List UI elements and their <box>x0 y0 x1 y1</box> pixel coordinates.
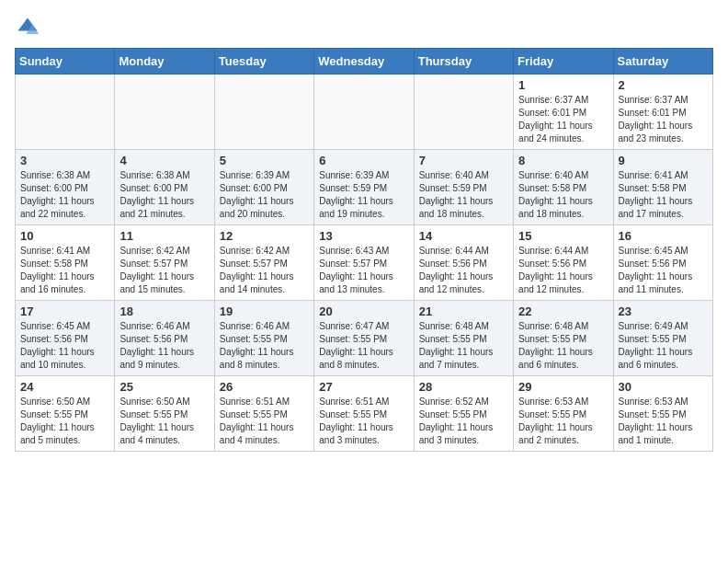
calendar-cell: 3Sunrise: 6:38 AM Sunset: 6:00 PM Daylig… <box>16 150 115 225</box>
day-info: Sunrise: 6:53 AM Sunset: 5:55 PM Dayligh… <box>518 396 608 447</box>
calendar-cell: 5Sunrise: 6:39 AM Sunset: 6:00 PM Daylig… <box>214 150 313 225</box>
day-number: 15 <box>518 229 608 243</box>
day-info: Sunrise: 6:49 AM Sunset: 5:55 PM Dayligh… <box>619 320 708 372</box>
day-info: Sunrise: 6:40 AM Sunset: 5:59 PM Dayligh… <box>419 169 508 221</box>
day-number: 1 <box>518 78 608 92</box>
calendar-header-row: SundayMondayTuesdayWednesdayThursdayFrid… <box>16 49 713 75</box>
day-number: 2 <box>619 78 708 92</box>
day-number: 19 <box>220 304 309 318</box>
calendar-cell: 4Sunrise: 6:38 AM Sunset: 6:00 PM Daylig… <box>115 150 214 225</box>
calendar-cell: 1Sunrise: 6:37 AM Sunset: 6:01 PM Daylig… <box>514 75 613 150</box>
calendar-cell: 7Sunrise: 6:40 AM Sunset: 5:59 PM Daylig… <box>414 150 513 225</box>
day-number: 8 <box>518 154 608 167</box>
day-number: 24 <box>20 380 109 394</box>
header-tuesday: Tuesday <box>214 49 313 75</box>
calendar-cell: 8Sunrise: 6:40 AM Sunset: 5:58 PM Daylig… <box>514 150 613 225</box>
day-number: 30 <box>619 380 708 394</box>
day-info: Sunrise: 6:53 AM Sunset: 5:55 PM Dayligh… <box>619 396 708 447</box>
day-info: Sunrise: 6:52 AM Sunset: 5:55 PM Dayligh… <box>419 396 508 447</box>
day-number: 12 <box>220 229 309 243</box>
day-number: 20 <box>319 304 408 318</box>
calendar-cell: 23Sunrise: 6:49 AM Sunset: 5:55 PM Dayli… <box>613 301 712 376</box>
header-sunday: Sunday <box>16 49 115 75</box>
day-info: Sunrise: 6:37 AM Sunset: 6:01 PM Dayligh… <box>619 94 708 145</box>
calendar-cell: 2Sunrise: 6:37 AM Sunset: 6:01 PM Daylig… <box>613 75 712 150</box>
day-info: Sunrise: 6:44 AM Sunset: 5:56 PM Dayligh… <box>518 245 608 296</box>
calendar-cell: 29Sunrise: 6:53 AM Sunset: 5:55 PM Dayli… <box>514 376 613 452</box>
calendar-cell: 26Sunrise: 6:51 AM Sunset: 5:55 PM Dayli… <box>214 376 313 452</box>
calendar-week-row: 17Sunrise: 6:45 AM Sunset: 5:56 PM Dayli… <box>16 301 713 376</box>
calendar-cell: 18Sunrise: 6:46 AM Sunset: 5:56 PM Dayli… <box>115 301 214 376</box>
calendar-week-row: 10Sunrise: 6:41 AM Sunset: 5:58 PM Dayli… <box>16 225 713 301</box>
day-info: Sunrise: 6:48 AM Sunset: 5:55 PM Dayligh… <box>518 320 608 372</box>
day-number: 3 <box>20 154 109 167</box>
day-number: 5 <box>220 154 309 167</box>
page-header <box>15 15 713 40</box>
day-number: 23 <box>619 304 708 318</box>
day-number: 11 <box>119 229 209 243</box>
day-info: Sunrise: 6:39 AM Sunset: 5:59 PM Dayligh… <box>319 169 408 221</box>
day-number: 21 <box>419 304 508 318</box>
day-info: Sunrise: 6:46 AM Sunset: 5:56 PM Dayligh… <box>119 320 209 372</box>
day-info: Sunrise: 6:51 AM Sunset: 5:55 PM Dayligh… <box>220 396 309 447</box>
day-info: Sunrise: 6:38 AM Sunset: 6:00 PM Dayligh… <box>119 169 209 221</box>
day-info: Sunrise: 6:51 AM Sunset: 5:55 PM Dayligh… <box>319 396 408 447</box>
day-info: Sunrise: 6:44 AM Sunset: 5:56 PM Dayligh… <box>419 245 508 296</box>
day-info: Sunrise: 6:42 AM Sunset: 5:57 PM Dayligh… <box>119 245 209 296</box>
day-number: 27 <box>319 380 408 394</box>
day-number: 25 <box>119 380 209 394</box>
calendar-table: SundayMondayTuesdayWednesdayThursdayFrid… <box>15 48 713 452</box>
day-number: 28 <box>419 380 508 394</box>
calendar-cell <box>115 75 214 150</box>
day-number: 9 <box>619 154 708 167</box>
calendar-cell <box>214 75 313 150</box>
day-info: Sunrise: 6:43 AM Sunset: 5:57 PM Dayligh… <box>319 245 408 296</box>
calendar-cell: 14Sunrise: 6:44 AM Sunset: 5:56 PM Dayli… <box>414 225 513 301</box>
calendar-cell: 20Sunrise: 6:47 AM Sunset: 5:55 PM Dayli… <box>314 301 414 376</box>
day-number: 22 <box>518 304 608 318</box>
day-number: 7 <box>419 154 508 167</box>
day-info: Sunrise: 6:46 AM Sunset: 5:55 PM Dayligh… <box>220 320 309 372</box>
calendar-cell: 13Sunrise: 6:43 AM Sunset: 5:57 PM Dayli… <box>314 225 414 301</box>
calendar-cell <box>414 75 513 150</box>
calendar-cell: 19Sunrise: 6:46 AM Sunset: 5:55 PM Dayli… <box>214 301 313 376</box>
calendar-week-row: 3Sunrise: 6:38 AM Sunset: 6:00 PM Daylig… <box>16 150 713 225</box>
logo-icon <box>15 15 40 40</box>
day-number: 29 <box>518 380 608 394</box>
calendar-cell: 15Sunrise: 6:44 AM Sunset: 5:56 PM Dayli… <box>514 225 613 301</box>
day-info: Sunrise: 6:39 AM Sunset: 6:00 PM Dayligh… <box>220 169 309 221</box>
calendar-cell <box>16 75 115 150</box>
calendar-week-row: 1Sunrise: 6:37 AM Sunset: 6:01 PM Daylig… <box>16 75 713 150</box>
day-info: Sunrise: 6:37 AM Sunset: 6:01 PM Dayligh… <box>518 94 608 145</box>
day-info: Sunrise: 6:38 AM Sunset: 6:00 PM Dayligh… <box>20 169 109 221</box>
day-info: Sunrise: 6:40 AM Sunset: 5:58 PM Dayligh… <box>518 169 608 221</box>
calendar-cell: 17Sunrise: 6:45 AM Sunset: 5:56 PM Dayli… <box>16 301 115 376</box>
calendar-cell: 28Sunrise: 6:52 AM Sunset: 5:55 PM Dayli… <box>414 376 513 452</box>
calendar-cell: 10Sunrise: 6:41 AM Sunset: 5:58 PM Dayli… <box>16 225 115 301</box>
day-number: 6 <box>319 154 408 167</box>
header-monday: Monday <box>115 49 214 75</box>
header-thursday: Thursday <box>414 49 513 75</box>
calendar-cell <box>314 75 414 150</box>
calendar-cell: 27Sunrise: 6:51 AM Sunset: 5:55 PM Dayli… <box>314 376 414 452</box>
calendar-cell: 24Sunrise: 6:50 AM Sunset: 5:55 PM Dayli… <box>16 376 115 452</box>
day-info: Sunrise: 6:50 AM Sunset: 5:55 PM Dayligh… <box>20 396 109 447</box>
day-info: Sunrise: 6:50 AM Sunset: 5:55 PM Dayligh… <box>119 396 209 447</box>
calendar-cell: 16Sunrise: 6:45 AM Sunset: 5:56 PM Dayli… <box>613 225 712 301</box>
calendar-cell: 22Sunrise: 6:48 AM Sunset: 5:55 PM Dayli… <box>514 301 613 376</box>
day-info: Sunrise: 6:41 AM Sunset: 5:58 PM Dayligh… <box>619 169 708 221</box>
calendar-cell: 30Sunrise: 6:53 AM Sunset: 5:55 PM Dayli… <box>613 376 712 452</box>
day-number: 26 <box>220 380 309 394</box>
day-info: Sunrise: 6:42 AM Sunset: 5:57 PM Dayligh… <box>220 245 309 296</box>
header-wednesday: Wednesday <box>314 49 414 75</box>
day-info: Sunrise: 6:45 AM Sunset: 5:56 PM Dayligh… <box>20 320 109 372</box>
calendar-cell: 25Sunrise: 6:50 AM Sunset: 5:55 PM Dayli… <box>115 376 214 452</box>
logo <box>15 15 44 40</box>
calendar-cell: 12Sunrise: 6:42 AM Sunset: 5:57 PM Dayli… <box>214 225 313 301</box>
day-number: 16 <box>619 229 708 243</box>
day-info: Sunrise: 6:41 AM Sunset: 5:58 PM Dayligh… <box>20 245 109 296</box>
day-number: 14 <box>419 229 508 243</box>
day-number: 17 <box>20 304 109 318</box>
calendar-cell: 6Sunrise: 6:39 AM Sunset: 5:59 PM Daylig… <box>314 150 414 225</box>
day-info: Sunrise: 6:48 AM Sunset: 5:55 PM Dayligh… <box>419 320 508 372</box>
